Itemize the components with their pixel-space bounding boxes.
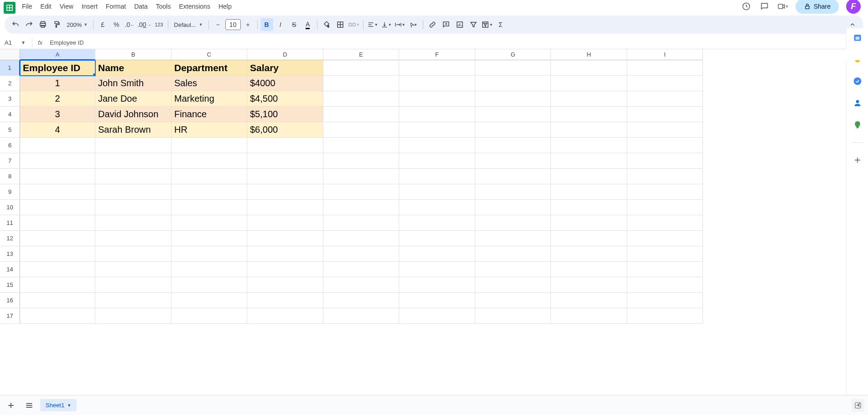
currency-button[interactable]: £ <box>96 18 109 31</box>
row-header-1[interactable]: 1 <box>0 60 20 76</box>
cell-I14[interactable] <box>627 262 703 277</box>
cell-I12[interactable] <box>627 231 703 246</box>
cell-I3[interactable] <box>627 91 703 107</box>
cell-I9[interactable] <box>627 184 703 200</box>
cell-E3[interactable] <box>323 91 399 107</box>
cell-G9[interactable] <box>475 184 551 200</box>
strikethrough-button[interactable]: S <box>288 18 301 31</box>
cell-E16[interactable] <box>323 293 399 308</box>
cell-F12[interactable] <box>399 231 475 246</box>
merge-button[interactable]: ▼ <box>348 18 360 31</box>
cell-C10[interactable] <box>172 200 247 215</box>
contacts-icon[interactable] <box>853 99 862 108</box>
cell-F6[interactable] <box>399 138 475 153</box>
cell-H16[interactable] <box>551 293 627 308</box>
cell-H7[interactable] <box>551 153 627 169</box>
cell-G16[interactable] <box>475 293 551 308</box>
meet-icon[interactable]: ▾ <box>777 1 788 12</box>
cell-H2[interactable] <box>551 76 627 91</box>
history-icon[interactable] <box>741 1 752 12</box>
insert-comment-button[interactable] <box>440 18 452 31</box>
cell-B8[interactable] <box>95 169 172 184</box>
cell-H4[interactable] <box>551 107 627 122</box>
cell-B17[interactable] <box>95 308 172 324</box>
menu-help[interactable]: Help <box>215 1 235 12</box>
all-sheets-button[interactable] <box>22 398 36 413</box>
cell-F3[interactable] <box>399 91 475 107</box>
cell-A5[interactable]: 4 <box>20 122 95 138</box>
cell-C14[interactable] <box>172 262 247 277</box>
row-header-11[interactable]: 11 <box>0 215 20 231</box>
cell-A1[interactable]: Employee ID <box>20 60 95 76</box>
cell-E1[interactable] <box>323 60 399 76</box>
menu-edit[interactable]: Edit <box>37 1 55 12</box>
cell-I1[interactable] <box>627 60 703 76</box>
cell-E14[interactable] <box>323 262 399 277</box>
cell-F5[interactable] <box>399 122 475 138</box>
cell-G2[interactable] <box>475 76 551 91</box>
row-header-12[interactable]: 12 <box>0 231 20 246</box>
cells-grid[interactable]: Employee IDNameDepartmentSalary1John Smi… <box>20 60 868 329</box>
formula-input[interactable]: Employee ID <box>48 38 866 47</box>
cell-D16[interactable] <box>247 293 323 308</box>
bold-button[interactable]: B <box>260 18 273 31</box>
row-header-6[interactable]: 6 <box>0 138 20 153</box>
cell-C9[interactable] <box>172 184 247 200</box>
filter-button[interactable] <box>467 18 480 31</box>
cell-D9[interactable] <box>247 184 323 200</box>
maps-icon[interactable] <box>853 120 862 130</box>
paint-format-button[interactable] <box>50 18 63 31</box>
col-header-D[interactable]: D <box>247 49 323 60</box>
cell-F10[interactable] <box>399 200 475 215</box>
col-header-G[interactable]: G <box>475 49 551 60</box>
menu-file[interactable]: File <box>18 1 36 12</box>
print-button[interactable] <box>36 18 49 31</box>
cell-E11[interactable] <box>323 215 399 231</box>
cell-C17[interactable] <box>172 308 247 324</box>
cell-D4[interactable]: $5,100 <box>247 107 323 122</box>
cell-F8[interactable] <box>399 169 475 184</box>
cell-A12[interactable] <box>20 231 95 246</box>
increase-decimal-button[interactable]: .00→ <box>137 18 151 31</box>
cell-E4[interactable] <box>323 107 399 122</box>
cell-H13[interactable] <box>551 246 627 262</box>
cell-H8[interactable] <box>551 169 627 184</box>
cell-A11[interactable] <box>20 215 95 231</box>
cell-D15[interactable] <box>247 277 323 293</box>
cell-E7[interactable] <box>323 153 399 169</box>
cell-B15[interactable] <box>95 277 172 293</box>
col-header-H[interactable]: H <box>551 49 627 60</box>
cell-G7[interactable] <box>475 153 551 169</box>
cell-G6[interactable] <box>475 138 551 153</box>
cell-C1[interactable]: Department <box>172 60 247 76</box>
cell-G14[interactable] <box>475 262 551 277</box>
sheets-logo-icon[interactable] <box>4 2 16 14</box>
percent-button[interactable]: % <box>110 18 123 31</box>
cell-I8[interactable] <box>627 169 703 184</box>
cell-I15[interactable] <box>627 277 703 293</box>
cell-A13[interactable] <box>20 246 95 262</box>
cell-F14[interactable] <box>399 262 475 277</box>
cell-I13[interactable] <box>627 246 703 262</box>
cell-I6[interactable] <box>627 138 703 153</box>
cell-B12[interactable] <box>95 231 172 246</box>
cell-E12[interactable] <box>323 231 399 246</box>
cell-F17[interactable] <box>399 308 475 324</box>
cell-D11[interactable] <box>247 215 323 231</box>
insert-chart-button[interactable] <box>453 18 466 31</box>
wrap-button[interactable]: ▼ <box>394 18 406 31</box>
cell-G15[interactable] <box>475 277 551 293</box>
cell-A8[interactable] <box>20 169 95 184</box>
cell-C2[interactable]: Sales <box>172 76 247 91</box>
cell-G4[interactable] <box>475 107 551 122</box>
cell-A16[interactable] <box>20 293 95 308</box>
cell-C11[interactable] <box>172 215 247 231</box>
cell-D5[interactable]: $6,000 <box>247 122 323 138</box>
borders-button[interactable] <box>334 18 347 31</box>
row-header-5[interactable]: 5 <box>0 122 20 138</box>
cell-I11[interactable] <box>627 215 703 231</box>
cell-F1[interactable] <box>399 60 475 76</box>
select-all-corner[interactable] <box>0 49 20 60</box>
cell-I5[interactable] <box>627 122 703 138</box>
cell-A9[interactable] <box>20 184 95 200</box>
